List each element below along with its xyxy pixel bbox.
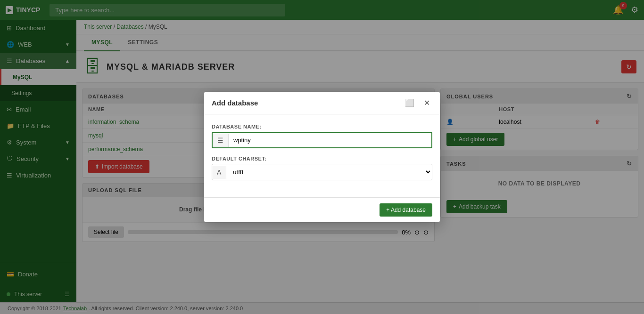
add-database-modal: Add database ⬜ ✕ DATABASE NAME: ☰ DEFAUL… xyxy=(204,92,440,222)
modal-footer: + Add database xyxy=(204,197,440,222)
db-name-input[interactable] xyxy=(229,133,431,147)
modal-minimize-button[interactable]: ⬜ xyxy=(403,97,417,108)
db-name-icon: ☰ xyxy=(213,134,229,147)
charset-icon: A xyxy=(212,166,226,179)
charset-label: DEFAULT CHARSET: xyxy=(212,156,432,161)
db-name-label: DATABASE NAME: xyxy=(212,124,432,129)
charset-group: DEFAULT CHARSET: A utf8 latin1 utf8mb4 a… xyxy=(212,156,432,180)
db-name-group: DATABASE NAME: ☰ xyxy=(212,124,432,148)
db-name-input-wrapper: ☰ xyxy=(212,132,432,148)
modal-header-actions: ⬜ ✕ xyxy=(403,97,432,108)
charset-select[interactable]: utf8 latin1 utf8mb4 ascii xyxy=(226,164,432,180)
modal-close-button[interactable]: ✕ xyxy=(421,97,432,108)
add-database-submit-button[interactable]: + Add database xyxy=(380,203,432,217)
charset-select-wrapper: A utf8 latin1 utf8mb4 ascii xyxy=(212,164,432,180)
modal-title: Add database xyxy=(212,99,258,107)
modal-header: Add database ⬜ ✕ xyxy=(204,92,440,114)
modal-overlay[interactable]: Add database ⬜ ✕ DATABASE NAME: ☰ DEFAUL… xyxy=(0,0,644,314)
modal-body: DATABASE NAME: ☰ DEFAULT CHARSET: A utf8… xyxy=(204,114,440,197)
